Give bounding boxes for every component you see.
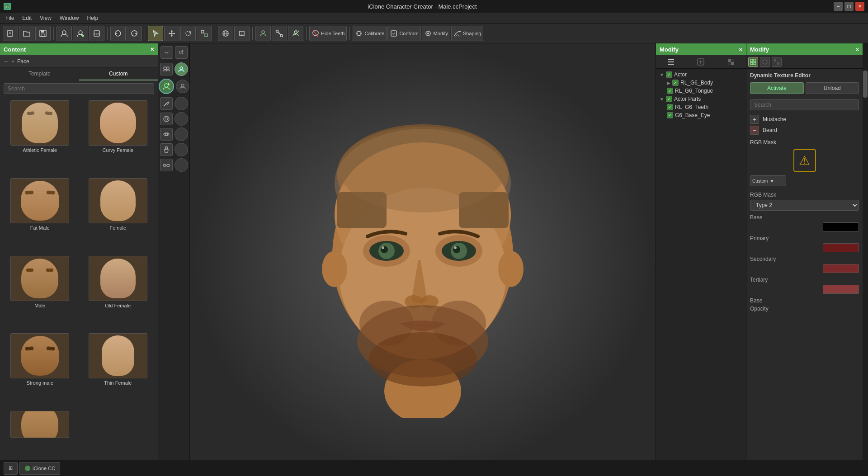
export-char-button[interactable] [73,26,88,41]
undo-button[interactable] [110,26,126,41]
tree-expand-actor[interactable]: ▼ [660,72,664,77]
menu-view[interactable]: View [36,14,55,22]
tree-check-body[interactable]: ✓ [672,80,679,86]
unload-button[interactable]: Unload [806,82,859,94]
close-button[interactable]: × [855,2,864,11]
tree-item-actor-parts[interactable]: ▼ ✓ Actor Parts [658,95,744,103]
scene-tree-close[interactable]: × [739,46,742,53]
eye-icon[interactable] [160,128,173,141]
person-icon[interactable] [175,62,188,76]
modify-tab-checker[interactable] [772,57,782,67]
save-button[interactable] [35,26,51,41]
panel-expand-button[interactable]: ↔ [160,46,173,59]
circle-tool4-icon[interactable] [175,143,188,156]
list-item[interactable]: Strong male [2,331,78,407]
brush-icon[interactable] [160,97,173,110]
scene-tab-morph[interactable] [686,55,716,68]
circle-tool3-icon[interactable] [175,127,188,141]
person2-icon[interactable] [176,80,189,93]
breadcrumb-back[interactable]: ← [4,58,9,65]
list-item[interactable]: Male [2,254,78,330]
icon-panel-top: ↔ ↺ [160,46,188,59]
taskbar-start[interactable]: ⊞ [4,462,18,475]
calibrate-button[interactable]: Calibrate [353,26,387,41]
char-bone-button[interactable] [272,26,287,41]
open-button[interactable] [19,26,34,41]
search-input[interactable] [4,83,154,94]
list-item[interactable]: Thin Female [80,331,156,407]
primary-color-swatch[interactable] [823,243,859,252]
tree-item-tongue[interactable]: ✓ RL_G6_Tongue [665,87,744,95]
scene-tab-settings[interactable] [656,55,686,68]
dte-search-input[interactable] [750,99,859,110]
circle-tool2-icon[interactable] [175,112,188,126]
tree-check-actor[interactable]: ✓ [666,71,672,78]
rotate-button[interactable] [180,26,196,41]
tree-check-tongue[interactable]: ✓ [667,88,673,94]
active-tool-icon[interactable] [159,79,174,94]
body-icon[interactable] [160,143,173,156]
view-ortho-button[interactable] [234,26,250,41]
modify-tab-settings[interactable] [748,57,758,67]
contour-icon[interactable] [160,113,173,125]
tab-custom[interactable]: Custom [79,68,158,80]
scale-button[interactable] [197,26,212,41]
icon-panel: ↔ ↺ [158,43,190,476]
right-scrollbar[interactable] [863,43,868,476]
list-item[interactable]: Fat Male [2,176,78,252]
list-item[interactable]: Female [80,176,156,252]
list-item[interactable]: Athletic Female [2,99,78,174]
group-icon[interactable] [160,63,173,75]
tab-template[interactable]: Template [0,68,79,80]
tertiary-color-swatch[interactable] [823,285,859,294]
remove-beard-button[interactable]: − [750,126,759,135]
tree-expand-parts[interactable]: ▼ [660,97,664,102]
scene-tab-checker[interactable] [716,55,746,68]
modify-tab-morph[interactable] [760,57,770,67]
tree-item-actor[interactable]: ▼ ✓ Actor [658,71,744,79]
maximize-button[interactable]: □ [844,2,854,11]
tree-item-teeth[interactable]: ✓ RL_G6_Teeth [665,103,744,111]
rgb-type-select[interactable]: Type 2 Type 1 Type 3 [750,200,859,211]
tree-item-body[interactable]: ▶ ✓ RL_G6_Body [665,79,744,87]
redo-button[interactable] [127,26,142,41]
taskbar-app[interactable]: iClone CC [19,462,60,475]
base-color-swatch[interactable] [823,222,859,231]
panel-refresh-button[interactable]: ↺ [175,46,188,59]
move-button[interactable] [164,26,179,41]
right-scrollbar-thumb[interactable] [863,71,868,98]
tree-check-parts[interactable]: ✓ [666,96,672,102]
custom-select[interactable]: Custom ▼ [750,175,786,186]
menu-file[interactable]: File [2,14,18,22]
char-select-button[interactable] [255,26,271,41]
hide-teeth-button[interactable]: Hide Teeth [309,26,347,41]
list-item[interactable]: Curvy Female [80,99,156,174]
new-button[interactable] [3,26,18,41]
modify-close[interactable]: × [855,46,859,53]
add-mustache-button[interactable]: + [750,115,759,124]
circle-tool-icon[interactable] [175,97,188,110]
conform-button[interactable]: Conform [387,26,420,41]
list-item[interactable]: Old Female [80,254,156,330]
char-edit-button[interactable] [288,26,303,41]
menu-help[interactable]: Help [84,14,102,22]
tree-item-eye[interactable]: ✓ G6_Base_Eye [665,111,744,119]
left-panel-close[interactable]: × [151,46,154,53]
tree-check-teeth[interactable]: ✓ [667,104,673,110]
circle-tool5-icon[interactable] [175,158,188,172]
shaping-button[interactable]: Shaping [451,26,483,41]
minimize-button[interactable]: − [834,2,843,11]
modify-button[interactable]: Modify [422,26,450,41]
menu-edit[interactable]: Edit [19,14,35,22]
import-char-button[interactable] [57,26,72,41]
secondary-color-swatch[interactable] [823,264,859,273]
list-item[interactable] [2,409,78,460]
activate-button[interactable]: Activate [750,82,804,94]
select-button[interactable] [148,26,163,41]
glasses-icon[interactable] [160,159,173,171]
menu-window[interactable]: Window [56,14,83,22]
tree-check-eye[interactable]: ✓ [667,112,673,118]
export-fbx-button[interactable]: FBX [89,26,104,41]
view-persp-button[interactable] [218,26,233,41]
tree-expand-body[interactable]: ▶ [667,80,670,85]
